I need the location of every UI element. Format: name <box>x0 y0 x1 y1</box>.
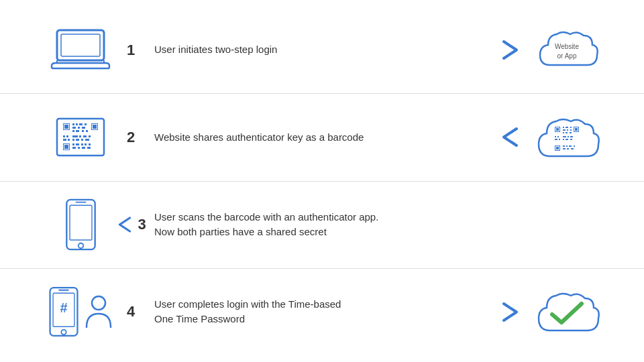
svg-rect-71 <box>570 139 572 140</box>
svg-rect-81 <box>567 148 569 149</box>
svg-text:or App: or App <box>557 52 577 60</box>
step-3-number-area: 3 <box>121 215 141 234</box>
svg-rect-78 <box>569 145 572 147</box>
step-1-number: 1 <box>127 42 135 59</box>
svg-rect-22 <box>82 127 85 129</box>
svg-rect-18 <box>79 123 83 125</box>
svg-rect-12 <box>93 125 97 129</box>
svg-rect-23 <box>72 130 74 132</box>
svg-rect-28 <box>79 135 81 137</box>
step-1-text: User initiates two-step login <box>141 42 490 58</box>
step-3-row: 3 User scans the barcode with an authent… <box>0 182 644 269</box>
svg-rect-35 <box>63 135 65 137</box>
step-4-text: User completes login with the Time-based… <box>141 297 490 327</box>
svg-rect-73 <box>557 136 559 137</box>
svg-rect-37 <box>63 139 66 141</box>
svg-rect-25 <box>82 130 84 132</box>
svg-rect-44 <box>72 147 76 149</box>
svg-rect-67 <box>568 136 569 137</box>
svg-rect-36 <box>66 135 68 137</box>
svg-rect-30 <box>89 135 91 137</box>
phone-person-icon: # <box>40 285 121 339</box>
svg-rect-33 <box>81 139 83 141</box>
svg-rect-75 <box>559 139 560 140</box>
svg-rect-82 <box>571 148 574 149</box>
qr-screen-icon <box>40 115 121 159</box>
cloud-check-icon <box>530 285 604 339</box>
svg-rect-40 <box>76 143 79 145</box>
svg-rect-27 <box>72 135 78 137</box>
svg-rect-61 <box>567 129 568 131</box>
svg-rect-46 <box>82 147 85 149</box>
svg-text:#: # <box>60 301 67 316</box>
svg-rect-19 <box>85 123 87 125</box>
step-2-number-area: 2 <box>121 129 141 146</box>
svg-rect-32 <box>76 139 79 141</box>
svg-rect-39 <box>72 143 74 145</box>
svg-rect-70 <box>566 139 568 140</box>
svg-text:Website: Website <box>555 43 579 50</box>
svg-rect-63 <box>563 132 564 133</box>
svg-rect-74 <box>555 139 557 140</box>
svg-rect-42 <box>85 143 87 145</box>
svg-point-89 <box>61 330 66 335</box>
svg-rect-84 <box>70 205 92 240</box>
svg-rect-41 <box>81 143 83 145</box>
svg-rect-50 <box>556 128 559 131</box>
step-2-number: 2 <box>127 129 135 146</box>
svg-rect-65 <box>570 132 572 133</box>
step-2-text: Website shares authenticator key as a ba… <box>141 130 490 145</box>
cloud-empty-icon: Website or App <box>530 23 604 77</box>
step-1-row: 1 User initiates two-step login Website … <box>0 7 644 94</box>
svg-rect-56 <box>556 147 559 149</box>
svg-rect-77 <box>566 145 568 147</box>
svg-rect-15 <box>64 145 68 149</box>
svg-rect-62 <box>570 129 572 131</box>
svg-rect-47 <box>87 147 91 149</box>
laptop-icon <box>40 27 121 74</box>
svg-rect-58 <box>566 127 568 128</box>
svg-rect-17 <box>76 123 78 125</box>
svg-rect-60 <box>563 129 566 131</box>
svg-rect-79 <box>574 145 575 147</box>
svg-rect-1 <box>61 34 100 56</box>
svg-rect-21 <box>78 127 80 129</box>
step-4-row: # 4 User completes login with the Time-b… <box>0 269 644 355</box>
step-2-row: 2 Website shares authenticator key as a … <box>0 94 644 181</box>
svg-rect-45 <box>78 147 80 149</box>
svg-rect-66 <box>563 136 566 137</box>
svg-rect-34 <box>85 139 89 141</box>
svg-rect-69 <box>563 139 564 140</box>
svg-point-92 <box>92 296 105 310</box>
step-1-arrow <box>490 38 530 62</box>
svg-rect-57 <box>563 127 564 128</box>
svg-rect-26 <box>86 130 88 132</box>
svg-rect-80 <box>563 148 566 149</box>
svg-rect-64 <box>566 132 568 133</box>
svg-rect-53 <box>575 128 578 131</box>
step-4-arrow <box>490 300 530 324</box>
svg-rect-29 <box>83 135 87 137</box>
step-2-arrow <box>490 125 530 149</box>
cloud-qr-icon <box>530 111 604 164</box>
svg-rect-31 <box>72 139 74 141</box>
step-4-number-area: 4 <box>121 303 141 320</box>
svg-rect-24 <box>76 130 79 132</box>
step-4-number: 4 <box>127 303 135 320</box>
svg-rect-9 <box>64 125 68 129</box>
main-container: 1 User initiates two-step login Website … <box>0 0 644 362</box>
svg-rect-76 <box>563 145 565 147</box>
svg-rect-43 <box>89 143 91 145</box>
svg-point-85 <box>78 243 83 249</box>
step-1-number-area: 1 <box>121 42 141 59</box>
svg-rect-72 <box>555 136 556 137</box>
svg-rect-38 <box>68 139 70 141</box>
svg-rect-59 <box>570 127 572 128</box>
phone-icon <box>40 198 121 251</box>
svg-rect-20 <box>72 127 76 129</box>
svg-rect-83 <box>66 200 95 249</box>
svg-rect-16 <box>72 123 74 125</box>
svg-rect-68 <box>570 136 573 137</box>
step-3-text: User scans the barcode with an authentic… <box>141 210 490 240</box>
